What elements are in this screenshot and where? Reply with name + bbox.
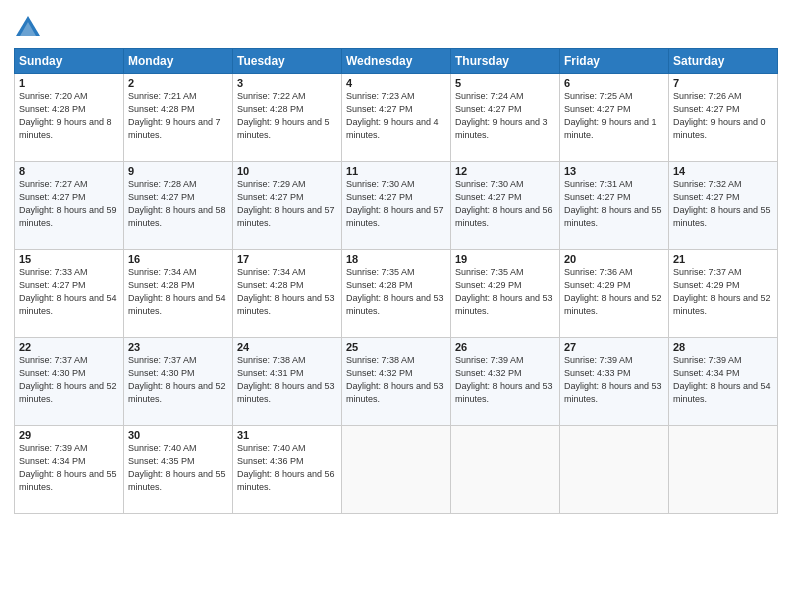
- calendar-cell: 22Sunrise: 7:37 AMSunset: 4:30 PMDayligh…: [15, 338, 124, 426]
- calendar-cell: 4Sunrise: 7:23 AMSunset: 4:27 PMDaylight…: [342, 74, 451, 162]
- day-info: Sunrise: 7:32 AMSunset: 4:27 PMDaylight:…: [673, 178, 773, 230]
- day-info: Sunrise: 7:40 AMSunset: 4:36 PMDaylight:…: [237, 442, 337, 494]
- calendar-cell: [451, 426, 560, 514]
- day-info: Sunrise: 7:22 AMSunset: 4:28 PMDaylight:…: [237, 90, 337, 142]
- day-number: 30: [128, 429, 228, 441]
- day-number: 14: [673, 165, 773, 177]
- day-info: Sunrise: 7:39 AMSunset: 4:32 PMDaylight:…: [455, 354, 555, 406]
- day-info: Sunrise: 7:24 AMSunset: 4:27 PMDaylight:…: [455, 90, 555, 142]
- day-number: 5: [455, 77, 555, 89]
- day-info: Sunrise: 7:35 AMSunset: 4:29 PMDaylight:…: [455, 266, 555, 318]
- day-info: Sunrise: 7:39 AMSunset: 4:33 PMDaylight:…: [564, 354, 664, 406]
- day-info: Sunrise: 7:34 AMSunset: 4:28 PMDaylight:…: [237, 266, 337, 318]
- day-info: Sunrise: 7:37 AMSunset: 4:29 PMDaylight:…: [673, 266, 773, 318]
- day-info: Sunrise: 7:31 AMSunset: 4:27 PMDaylight:…: [564, 178, 664, 230]
- calendar-cell: 15Sunrise: 7:33 AMSunset: 4:27 PMDayligh…: [15, 250, 124, 338]
- calendar-cell: 14Sunrise: 7:32 AMSunset: 4:27 PMDayligh…: [669, 162, 778, 250]
- day-number: 7: [673, 77, 773, 89]
- day-number: 25: [346, 341, 446, 353]
- day-info: Sunrise: 7:21 AMSunset: 4:28 PMDaylight:…: [128, 90, 228, 142]
- calendar-cell: 28Sunrise: 7:39 AMSunset: 4:34 PMDayligh…: [669, 338, 778, 426]
- day-info: Sunrise: 7:37 AMSunset: 4:30 PMDaylight:…: [128, 354, 228, 406]
- calendar-cell: 29Sunrise: 7:39 AMSunset: 4:34 PMDayligh…: [15, 426, 124, 514]
- day-number: 23: [128, 341, 228, 353]
- day-number: 28: [673, 341, 773, 353]
- calendar-week-row: 8Sunrise: 7:27 AMSunset: 4:27 PMDaylight…: [15, 162, 778, 250]
- day-number: 12: [455, 165, 555, 177]
- calendar-cell: 18Sunrise: 7:35 AMSunset: 4:28 PMDayligh…: [342, 250, 451, 338]
- day-info: Sunrise: 7:39 AMSunset: 4:34 PMDaylight:…: [673, 354, 773, 406]
- calendar-cell: 8Sunrise: 7:27 AMSunset: 4:27 PMDaylight…: [15, 162, 124, 250]
- calendar-cell: 21Sunrise: 7:37 AMSunset: 4:29 PMDayligh…: [669, 250, 778, 338]
- calendar-header-row: SundayMondayTuesdayWednesdayThursdayFrid…: [15, 49, 778, 74]
- calendar-cell: 6Sunrise: 7:25 AMSunset: 4:27 PMDaylight…: [560, 74, 669, 162]
- calendar-cell: 16Sunrise: 7:34 AMSunset: 4:28 PMDayligh…: [124, 250, 233, 338]
- day-info: Sunrise: 7:36 AMSunset: 4:29 PMDaylight:…: [564, 266, 664, 318]
- day-number: 19: [455, 253, 555, 265]
- day-info: Sunrise: 7:38 AMSunset: 4:32 PMDaylight:…: [346, 354, 446, 406]
- day-number: 1: [19, 77, 119, 89]
- calendar-cell: 27Sunrise: 7:39 AMSunset: 4:33 PMDayligh…: [560, 338, 669, 426]
- day-number: 18: [346, 253, 446, 265]
- calendar-week-row: 22Sunrise: 7:37 AMSunset: 4:30 PMDayligh…: [15, 338, 778, 426]
- calendar-weekday-thursday: Thursday: [451, 49, 560, 74]
- day-number: 10: [237, 165, 337, 177]
- day-info: Sunrise: 7:23 AMSunset: 4:27 PMDaylight:…: [346, 90, 446, 142]
- calendar-weekday-sunday: Sunday: [15, 49, 124, 74]
- calendar-cell: 9Sunrise: 7:28 AMSunset: 4:27 PMDaylight…: [124, 162, 233, 250]
- calendar-week-row: 15Sunrise: 7:33 AMSunset: 4:27 PMDayligh…: [15, 250, 778, 338]
- page: SundayMondayTuesdayWednesdayThursdayFrid…: [0, 0, 792, 612]
- calendar-cell: 7Sunrise: 7:26 AMSunset: 4:27 PMDaylight…: [669, 74, 778, 162]
- day-number: 20: [564, 253, 664, 265]
- calendar-cell: 11Sunrise: 7:30 AMSunset: 4:27 PMDayligh…: [342, 162, 451, 250]
- calendar-table: SundayMondayTuesdayWednesdayThursdayFrid…: [14, 48, 778, 514]
- day-number: 15: [19, 253, 119, 265]
- day-number: 6: [564, 77, 664, 89]
- day-number: 24: [237, 341, 337, 353]
- calendar-cell: 1Sunrise: 7:20 AMSunset: 4:28 PMDaylight…: [15, 74, 124, 162]
- calendar-cell: 17Sunrise: 7:34 AMSunset: 4:28 PMDayligh…: [233, 250, 342, 338]
- calendar-cell: 12Sunrise: 7:30 AMSunset: 4:27 PMDayligh…: [451, 162, 560, 250]
- calendar-cell: 23Sunrise: 7:37 AMSunset: 4:30 PMDayligh…: [124, 338, 233, 426]
- calendar-cell: 13Sunrise: 7:31 AMSunset: 4:27 PMDayligh…: [560, 162, 669, 250]
- day-info: Sunrise: 7:37 AMSunset: 4:30 PMDaylight:…: [19, 354, 119, 406]
- day-number: 26: [455, 341, 555, 353]
- logo-icon: [14, 14, 42, 42]
- calendar-cell: 20Sunrise: 7:36 AMSunset: 4:29 PMDayligh…: [560, 250, 669, 338]
- day-info: Sunrise: 7:39 AMSunset: 4:34 PMDaylight:…: [19, 442, 119, 494]
- day-info: Sunrise: 7:27 AMSunset: 4:27 PMDaylight:…: [19, 178, 119, 230]
- day-info: Sunrise: 7:30 AMSunset: 4:27 PMDaylight:…: [455, 178, 555, 230]
- calendar-weekday-monday: Monday: [124, 49, 233, 74]
- day-info: Sunrise: 7:38 AMSunset: 4:31 PMDaylight:…: [237, 354, 337, 406]
- calendar-weekday-friday: Friday: [560, 49, 669, 74]
- day-info: Sunrise: 7:20 AMSunset: 4:28 PMDaylight:…: [19, 90, 119, 142]
- day-number: 9: [128, 165, 228, 177]
- calendar-cell: 5Sunrise: 7:24 AMSunset: 4:27 PMDaylight…: [451, 74, 560, 162]
- day-number: 16: [128, 253, 228, 265]
- calendar-cell: [669, 426, 778, 514]
- calendar-cell: 26Sunrise: 7:39 AMSunset: 4:32 PMDayligh…: [451, 338, 560, 426]
- calendar-cell: 19Sunrise: 7:35 AMSunset: 4:29 PMDayligh…: [451, 250, 560, 338]
- calendar-weekday-wednesday: Wednesday: [342, 49, 451, 74]
- day-number: 2: [128, 77, 228, 89]
- day-number: 8: [19, 165, 119, 177]
- day-number: 17: [237, 253, 337, 265]
- day-info: Sunrise: 7:28 AMSunset: 4:27 PMDaylight:…: [128, 178, 228, 230]
- calendar-weekday-saturday: Saturday: [669, 49, 778, 74]
- calendar-cell: 31Sunrise: 7:40 AMSunset: 4:36 PMDayligh…: [233, 426, 342, 514]
- day-info: Sunrise: 7:40 AMSunset: 4:35 PMDaylight:…: [128, 442, 228, 494]
- day-number: 11: [346, 165, 446, 177]
- calendar-cell: 3Sunrise: 7:22 AMSunset: 4:28 PMDaylight…: [233, 74, 342, 162]
- calendar-cell: 10Sunrise: 7:29 AMSunset: 4:27 PMDayligh…: [233, 162, 342, 250]
- day-number: 27: [564, 341, 664, 353]
- day-info: Sunrise: 7:29 AMSunset: 4:27 PMDaylight:…: [237, 178, 337, 230]
- day-number: 3: [237, 77, 337, 89]
- day-info: Sunrise: 7:30 AMSunset: 4:27 PMDaylight:…: [346, 178, 446, 230]
- day-info: Sunrise: 7:35 AMSunset: 4:28 PMDaylight:…: [346, 266, 446, 318]
- calendar-cell: [560, 426, 669, 514]
- day-info: Sunrise: 7:26 AMSunset: 4:27 PMDaylight:…: [673, 90, 773, 142]
- calendar-cell: 25Sunrise: 7:38 AMSunset: 4:32 PMDayligh…: [342, 338, 451, 426]
- day-info: Sunrise: 7:33 AMSunset: 4:27 PMDaylight:…: [19, 266, 119, 318]
- day-number: 21: [673, 253, 773, 265]
- day-number: 4: [346, 77, 446, 89]
